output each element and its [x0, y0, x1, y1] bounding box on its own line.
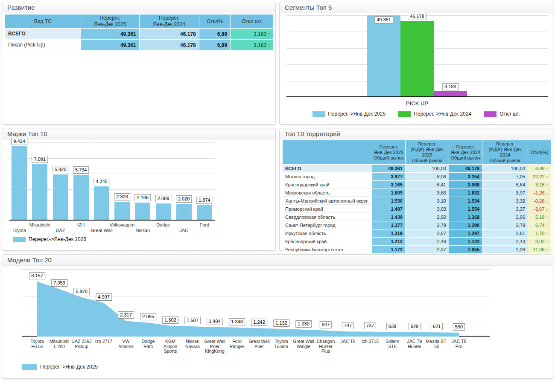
- territory-row[interactable]: Ханты-Мансийский автономный округ1.5303,…: [283, 197, 551, 205]
- deviation-pct-value: 8,02: [535, 239, 544, 244]
- territory-row[interactable]: Красноярский край1.2122,461.1222,438,02↑: [283, 238, 551, 245]
- value-2024: 1.534: [449, 197, 482, 205]
- panel-marki-top10: Марки Топ 10 ToyotaMitsubishiUAZIZHGreat…: [2, 128, 276, 251]
- territories-header-cell[interactable]: Перерег. (%ДР) Янв-Дек 2025 Общий рынок: [406, 140, 449, 164]
- legend-label: Перерег.->Янв-Дек 2025: [40, 364, 98, 370]
- territory-row[interactable]: Республика Башкортостан1.1722,371.0552,2…: [283, 246, 551, 253]
- razvitie-header-cell[interactable]: Откл шт.: [231, 15, 273, 28]
- deviation-pct-value: 22,22: [533, 174, 545, 179]
- x-axis-label: Mazda BT-50: [426, 339, 448, 349]
- razvitie-header-cell[interactable]: Откл%: [199, 15, 230, 28]
- territories-header-cell[interactable]: Перерег. (%ДР) Янв-Дек 2024 Общий рынок: [482, 140, 528, 164]
- share-2025: 6,41: [406, 181, 449, 189]
- bar-uaz[interactable]: [53, 174, 68, 220]
- territory-name: Республика Башкортостан: [283, 246, 372, 253]
- value-2025: 49.361: [81, 40, 139, 50]
- razvitie-row[interactable]: Пикап (Pick Up)49.36146.1786,893.183↑: [5, 40, 273, 50]
- value-2025: 3.977: [372, 173, 405, 180]
- territory-row[interactable]: Москва город3.9778,063.2547,0522,22↑: [283, 173, 551, 180]
- data-label: 1.132: [273, 319, 289, 327]
- territory-row[interactable]: Иркутская область1.3192,671.2972,811,70↑: [283, 229, 551, 237]
- data-label: 2.166: [135, 194, 151, 201]
- x-axis-label: Great Wall: [91, 228, 113, 233]
- share-2024: 3,32: [482, 197, 528, 205]
- legend-swatch: [313, 111, 325, 117]
- territory-name: Красноярский край: [283, 238, 372, 245]
- x-axis-label: Changan Hunter Plus: [315, 339, 337, 354]
- data-label: 1.874: [196, 197, 213, 204]
- value-2025: 49.361: [81, 29, 139, 39]
- razvitie-header-cell[interactable]: Вид ТС: [5, 15, 81, 28]
- arrow-down-icon: ↓: [546, 190, 549, 195]
- bar-jac[interactable]: [176, 204, 192, 220]
- deviation-pct-value: 11,09: [533, 247, 545, 252]
- bar-2024[interactable]: [400, 21, 434, 96]
- bar-izh[interactable]: [73, 175, 89, 220]
- bar-toyota[interactable]: [12, 146, 27, 220]
- bar-2025[interactable]: [367, 15, 400, 96]
- share-2024: 2,79: [482, 221, 528, 229]
- deviation-pct: 1,70↑: [528, 229, 551, 237]
- share-2025: 2,67: [406, 229, 449, 237]
- razvitie-header-cell[interactable]: Перерег. Янв-Дек 2024: [140, 15, 199, 28]
- share-2024: 2,43: [482, 238, 528, 245]
- deviation-pct: 6,74↑: [528, 221, 551, 229]
- deviation-pct-value: 3,16: [535, 182, 544, 187]
- data-label: 737: [364, 322, 376, 329]
- deviation-pct-value: -1,26: [534, 190, 544, 195]
- data-label: 5.820: [73, 288, 90, 295]
- share-2025: 8,06: [406, 173, 449, 180]
- vehicle-type-label: Пикап (Pick Up): [5, 40, 81, 50]
- arrow-up-icon: ↑: [268, 31, 270, 37]
- bar-otkl[interactable]: [434, 91, 467, 96]
- value-2025: 1.212: [372, 238, 405, 245]
- deviation-pct: 11,09↑: [528, 246, 551, 253]
- data-label: 8.157: [29, 272, 45, 279]
- data-label: 1.242: [251, 319, 267, 326]
- bar-great-wall[interactable]: [94, 186, 109, 220]
- bar-dodge[interactable]: [156, 203, 171, 220]
- data-label: 629: [409, 323, 421, 330]
- bar-nissan[interactable]: [135, 203, 150, 220]
- arrow-up-icon: ↑: [546, 247, 549, 252]
- territories-header-cell[interactable]: Откл(%): [528, 140, 551, 164]
- value-2025: 1.497: [372, 205, 405, 213]
- value-2024: 1.832: [449, 189, 482, 197]
- data-label: 1.404: [207, 318, 223, 325]
- x-axis-label: Sollers ST6: [381, 339, 403, 349]
- territory-row[interactable]: Свердловская область1.4392,921.3682,965,…: [283, 213, 551, 221]
- territories-header-cell[interactable]: Перерег. Янв-Дек 2025 Общий рынок: [372, 140, 405, 164]
- deviation-pct: -0,26↓: [528, 197, 551, 205]
- territory-name: Московская область: [283, 189, 372, 197]
- bar-ford[interactable]: [197, 205, 212, 220]
- value-2025: 1.172: [372, 246, 405, 253]
- territories-header-cell[interactable]: [283, 140, 372, 164]
- territory-row[interactable]: Санкт-Петербург город1.3772,791.2902,796…: [283, 221, 551, 229]
- x-axis-label: Dodge Ram: [137, 339, 159, 349]
- x-axis-label: Dodge: [156, 222, 170, 227]
- x-axis-label: JAC: [179, 228, 188, 233]
- bar-volkswagen[interactable]: [114, 202, 130, 220]
- legend-item: Перерег.->Янв-Дек 2024: [398, 111, 471, 117]
- legend-item: Перерег.->Янв-Дек 2025: [313, 111, 386, 117]
- data-label: 2.020: [176, 195, 192, 203]
- data-label: 7.091: [32, 156, 48, 163]
- legend-item: Откл шт.: [484, 111, 520, 117]
- territories-header-cell[interactable]: Перерег. Янв-Дек 2024 Общий рынок: [449, 140, 482, 164]
- value-2024: 3.254: [449, 173, 482, 180]
- razvitie-header-cell[interactable]: Перерег. Янв-Дек 2025: [81, 15, 139, 28]
- razvitie-table-container: Вид ТСПеререг. Янв-Дек 2025Перерег. Янв-…: [2, 2, 275, 124]
- territory-row[interactable]: Краснодарский край3.1656,413.0686,643,16…: [283, 181, 551, 189]
- data-label: 3.183: [442, 83, 459, 90]
- territory-row[interactable]: ВСЕГО49.361100,0046.178100,006,89↑: [283, 165, 551, 172]
- territory-row[interactable]: Московская область1.8093,661.8323,97-1,2…: [283, 189, 551, 197]
- territory-row[interactable]: Приморский край1.4973,031.5543,37-3,67↓: [283, 205, 551, 213]
- deviation-pct: 6,89: [199, 40, 230, 50]
- razvitie-row[interactable]: ВСЕГО49.36146.1786,893.183↑: [5, 29, 273, 39]
- razvitie-header-row: Вид ТСПеререг. Янв-Дек 2025Перерег. Янв-…: [5, 15, 273, 28]
- bar-mitsubishi[interactable]: [32, 164, 47, 220]
- value-2024: 1.368: [449, 213, 482, 221]
- value-2024: 1.122: [449, 238, 482, 245]
- share-2025: 2,92: [406, 213, 449, 221]
- value-2024: 46.178: [140, 29, 199, 39]
